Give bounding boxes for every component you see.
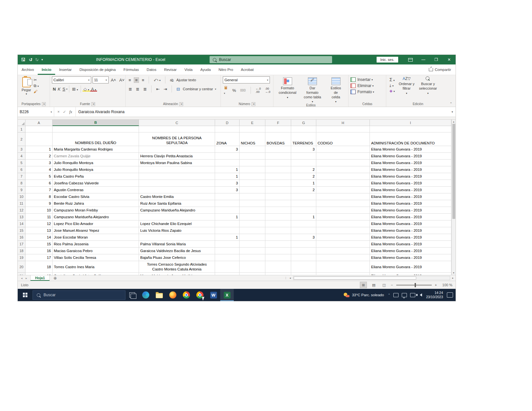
taskbar-clock[interactable]: 14:24 23/10/2023 bbox=[426, 291, 443, 299]
cut-icon[interactable]: ✂ bbox=[34, 78, 39, 82]
cell-G14[interactable] bbox=[291, 220, 316, 227]
ribbon-tab-revisar[interactable]: Revisar bbox=[160, 64, 181, 75]
row-header-6[interactable]: 6 bbox=[18, 166, 25, 173]
cell-E14[interactable] bbox=[240, 220, 265, 227]
find-select-button[interactable]: Buscar y seleccionar▾ bbox=[417, 76, 439, 95]
row-header-3[interactable]: 3 bbox=[18, 146, 25, 153]
restore-button[interactable]: ❐ bbox=[430, 55, 443, 64]
zoom-slider-thumb[interactable] bbox=[415, 283, 416, 287]
cell-F20[interactable] bbox=[265, 261, 291, 273]
chrome-taskbar-button[interactable] bbox=[180, 289, 193, 301]
ribbon-tab-disposici-n-de-p-gina[interactable]: Disposición de página bbox=[75, 64, 120, 75]
cell-H16[interactable] bbox=[316, 234, 370, 241]
cell-A4[interactable]: 2 bbox=[25, 153, 53, 160]
cell-G8[interactable]: 1 bbox=[291, 180, 316, 187]
underline-button[interactable]: S bbox=[62, 87, 66, 92]
number-dialog-launcher[interactable]: ⇲ bbox=[251, 102, 255, 106]
cell-G4[interactable] bbox=[291, 153, 316, 160]
cell-G19[interactable] bbox=[291, 254, 316, 261]
cell-A10[interactable]: 8 bbox=[25, 193, 53, 200]
cell-G3[interactable]: 3 bbox=[291, 146, 316, 153]
cell-I12[interactable]: Eliana Moreno Guevara - 2019 bbox=[370, 207, 451, 214]
cell-I19[interactable]: Eliana Moreno Guevara - 2019 bbox=[370, 254, 451, 261]
delete-cells-button[interactable]: Eliminar▾ bbox=[350, 83, 373, 88]
cell-G10[interactable] bbox=[291, 193, 316, 200]
cell-C4[interactable]: Herrera Clavijo Petita Anastacia bbox=[139, 153, 215, 160]
cell-E13[interactable] bbox=[240, 214, 265, 220]
cell-G17[interactable] bbox=[291, 241, 316, 248]
ribbon-tab-inicio[interactable]: Inicio bbox=[38, 64, 55, 75]
cell-B8[interactable]: Josefina Cabezas Valverde bbox=[53, 180, 139, 187]
row-header-8[interactable]: 8 bbox=[18, 180, 25, 187]
font-color-icon[interactable]: A ▾ bbox=[90, 87, 97, 92]
cell-F21[interactable] bbox=[265, 273, 291, 275]
cell-D1[interactable] bbox=[215, 126, 240, 132]
redo-icon[interactable]: ↻▾ bbox=[35, 57, 38, 62]
cell-B6[interactable]: Julio Ronquillo Montoya bbox=[53, 166, 139, 173]
cell-A13[interactable]: 11 bbox=[25, 214, 53, 220]
horizontal-scrollbar[interactable]: ⁞ ◂ ▸ bbox=[284, 275, 456, 281]
cell-G9[interactable]: 2 bbox=[291, 187, 316, 193]
cell-I18[interactable]: Eliana Moreno Guevara - 2019 bbox=[370, 248, 451, 254]
expand-formula-bar-icon[interactable]: ▾ bbox=[449, 107, 456, 117]
grow-font-icon[interactable]: A˄ bbox=[110, 78, 117, 83]
autosum-icon[interactable]: Σ ▾ bbox=[389, 77, 395, 82]
clear-icon[interactable]: ◈ ▾ bbox=[389, 89, 395, 93]
cell-B4[interactable]: Carmen Zavala Quijije bbox=[53, 153, 139, 160]
row-header-18[interactable]: 18 bbox=[18, 248, 25, 254]
cell-I8[interactable]: Eliana Moreno Guevara - 2019 bbox=[370, 180, 451, 187]
cell-E17[interactable] bbox=[240, 241, 265, 248]
zoom-out-icon[interactable]: − bbox=[391, 283, 393, 287]
cell-D18[interactable] bbox=[215, 248, 240, 254]
cell-E4[interactable] bbox=[240, 153, 265, 160]
align-middle-icon[interactable]: ≡ bbox=[134, 77, 139, 83]
italic-button[interactable]: K bbox=[57, 87, 62, 92]
cell-I11[interactable]: Eliana Moreno Guevara - 2019 bbox=[370, 200, 451, 207]
cell-G12[interactable] bbox=[291, 207, 316, 214]
merge-center-label[interactable]: Combinar y centrar bbox=[183, 87, 213, 91]
cell-D4[interactable] bbox=[215, 153, 240, 160]
cell-E8[interactable] bbox=[240, 180, 265, 187]
scroll-left-icon[interactable]: ◂ bbox=[288, 277, 292, 279]
vertical-scroll-thumb[interactable] bbox=[452, 124, 455, 219]
cell-H7[interactable] bbox=[316, 173, 370, 180]
fill-color-icon[interactable]: ◇ ▾ bbox=[83, 87, 90, 92]
column-header-C[interactable]: C bbox=[139, 120, 215, 126]
cell-F17[interactable] bbox=[265, 241, 291, 248]
cell-I1[interactable] bbox=[370, 126, 451, 132]
cell-C3[interactable] bbox=[139, 146, 215, 153]
normal-view-icon[interactable]: ⊞ bbox=[360, 282, 367, 288]
ribbon-tab-f-rmulas[interactable]: Fórmulas bbox=[120, 64, 143, 75]
cell-A7[interactable]: 5 bbox=[25, 173, 53, 180]
cell-I16[interactable]: Eliana Moreno Guevara - 2019 bbox=[370, 234, 451, 241]
cell-C20[interactable]: Torres Cerrasco Segundo Alciviades Castr… bbox=[139, 261, 215, 273]
cell-F1[interactable] bbox=[265, 126, 291, 132]
cell-E12[interactable] bbox=[240, 207, 265, 214]
start-button[interactable] bbox=[18, 289, 33, 301]
cell-G7[interactable]: 2 bbox=[291, 173, 316, 180]
row-header-17[interactable]: 17 bbox=[18, 241, 25, 248]
cell-E19[interactable] bbox=[240, 254, 265, 261]
ribbon-display-button[interactable] bbox=[404, 55, 417, 64]
vertical-scrollbar[interactable]: ▴ ▾ bbox=[451, 120, 456, 275]
decrease-indent-icon[interactable]: ⇤ bbox=[155, 87, 161, 92]
cell-H21[interactable] bbox=[316, 273, 370, 275]
cell-D21[interactable] bbox=[215, 273, 240, 275]
cell-C6[interactable] bbox=[139, 166, 215, 173]
borders-icon[interactable]: ⊞ ▾ bbox=[71, 87, 79, 92]
cell-A2[interactable] bbox=[25, 132, 53, 146]
column-header-E[interactable]: E bbox=[240, 120, 265, 126]
cell-A12[interactable]: 10 bbox=[25, 207, 53, 214]
cell-F14[interactable] bbox=[265, 220, 291, 227]
cell-H6[interactable] bbox=[316, 166, 370, 173]
cell-D11[interactable] bbox=[215, 200, 240, 207]
cell-C17[interactable]: Palma Villareal Sonia Maria bbox=[139, 241, 215, 248]
cell-C5[interactable]: Montoya Moran Paulina Sabina bbox=[139, 160, 215, 166]
word-taskbar-button[interactable]: W bbox=[207, 289, 220, 301]
cell-B12[interactable]: Campuzano Moran Frebby bbox=[53, 207, 139, 214]
undo-icon[interactable]: ↺▾ bbox=[29, 57, 32, 62]
tray-app-icon[interactable] bbox=[393, 293, 399, 297]
ribbon-tab-ayuda[interactable]: Ayuda bbox=[196, 64, 214, 75]
share-button[interactable]: Compartir bbox=[429, 64, 451, 75]
zoom-in-icon[interactable]: + bbox=[435, 283, 437, 287]
